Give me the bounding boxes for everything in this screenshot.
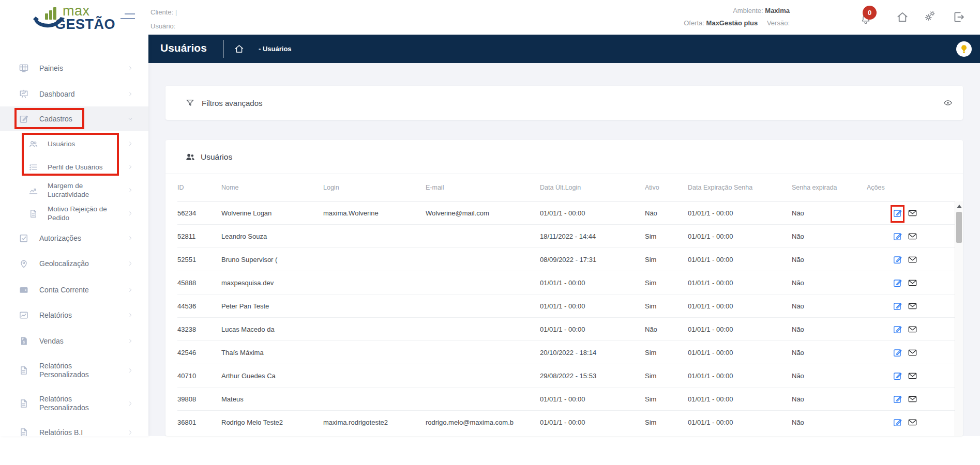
cell-data_ult_login: 01/01/1 - 00:00	[540, 326, 645, 333]
breadcrumb-home-icon[interactable]	[234, 43, 245, 54]
home-icon[interactable]	[896, 10, 909, 24]
table-scrollbar[interactable]	[955, 201, 963, 436]
advanced-filters-header[interactable]: Filtros avançados	[165, 86, 963, 120]
sidebar-item-paineis[interactable]: Paineis	[0, 56, 148, 81]
sidebar-item-motivo-rejei-o-de-pedido[interactable]: Motivo Rejeição de Pedido	[0, 199, 148, 228]
chevron-right-icon	[127, 429, 134, 436]
notifications-badge[interactable]: 0	[863, 6, 877, 20]
cell-data_expiracao_senha: 01/01/1 - 00:00	[688, 326, 792, 333]
table-row: 36801Rodrigo Melo Teste2maxima.rodrigote…	[177, 410, 955, 433]
funnel-icon	[185, 98, 195, 108]
edit-square-icon	[19, 114, 29, 124]
sidebar-item-autoriza-es[interactable]: Autorizações	[0, 226, 148, 251]
scrollbar-up-arrow-icon[interactable]	[957, 205, 962, 208]
cell-nome: Thaís Máxima	[221, 349, 323, 357]
sidebar-item-dashboard[interactable]: Dashboard	[0, 82, 148, 106]
lightbulb-icon[interactable]	[956, 41, 972, 57]
cell-data_expiracao_senha: 01/01/1 - 00:00	[688, 256, 792, 264]
cell-data_ult_login: 01/01/1 - 00:00	[540, 279, 645, 287]
cell-nome: Rodrigo Melo Teste2	[221, 419, 323, 426]
edit-icon[interactable]	[893, 394, 902, 404]
envelope-icon[interactable]	[908, 255, 917, 265]
document-icon	[28, 209, 38, 219]
sidebar-item-vendas[interactable]: Vendas	[0, 329, 148, 353]
row-actions	[867, 255, 955, 265]
edit-icon[interactable]	[893, 301, 902, 311]
cell-nome: Arthur Guedes Ca	[221, 372, 323, 380]
eye-icon[interactable]	[943, 98, 953, 107]
oferta-value: MaxGestão plus	[706, 19, 758, 27]
cell-nome: Lucas Macedo da	[221, 326, 323, 333]
sidebar-item-geolocaliza-o[interactable]: Geolocalização	[0, 251, 148, 276]
document-icon	[19, 427, 29, 436]
cell-senha_expirada: Não	[792, 279, 867, 287]
envelope-icon[interactable]	[908, 371, 917, 381]
chevron-right-icon	[127, 163, 134, 171]
envelope-icon[interactable]	[908, 231, 917, 241]
settings-gears-icon[interactable]	[924, 10, 938, 24]
edit-icon[interactable]	[893, 208, 902, 218]
edit-icon[interactable]	[893, 231, 902, 241]
sidebar-item-relat-rios[interactable]: Relatórios	[0, 303, 148, 328]
sidebar-item-cadastros[interactable]: Cadastros	[0, 106, 148, 131]
envelope-icon[interactable]	[908, 324, 917, 334]
cell-id: 43238	[177, 326, 221, 333]
edit-icon[interactable]	[893, 255, 902, 265]
sidebar-item-relat-rios-b-i[interactable]: Relatórios B.I	[0, 420, 148, 436]
sidebar-item-usu-rios[interactable]: Usuários	[0, 131, 148, 156]
row-actions	[867, 301, 955, 311]
edit-icon[interactable]	[893, 371, 902, 381]
cell-ativo: Sim	[645, 256, 688, 264]
envelope-icon[interactable]	[908, 394, 917, 404]
cell-id: 39808	[177, 395, 221, 403]
cliente-label: Cliente:	[150, 8, 173, 16]
cell-senha_expirada: Não	[792, 419, 867, 426]
cell-senha_expirada: Não	[792, 302, 867, 310]
table-row: 40710Arthur Guedes Ca29/08/2022 - 15:53S…	[177, 364, 955, 387]
table-row: 44536Peter Pan Teste01/01/1 - 00:00Sim01…	[177, 294, 955, 317]
envelope-icon[interactable]	[908, 301, 917, 311]
cell-nome: maxpesquisa.dev	[221, 279, 323, 287]
cell-senha_expirada: Não	[792, 326, 867, 333]
sidebar-item-label: Relatórios Personalizados	[39, 362, 117, 379]
sidebar-item-relat-rios-personalizados[interactable]: Relatórios Personalizados	[0, 389, 148, 418]
edit-icon[interactable]	[893, 417, 902, 427]
cell-data_ult_login: 01/01/1 - 00:00	[540, 302, 645, 310]
chevron-right-icon	[127, 260, 134, 267]
chevron-right-icon	[127, 140, 134, 147]
logo-text-gestao: GESTÃO	[55, 17, 115, 33]
cell-senha_expirada: Não	[792, 349, 867, 357]
cell-ativo: Sim	[645, 372, 688, 380]
column-header-login: Login	[323, 184, 426, 191]
edit-icon[interactable]	[893, 324, 902, 334]
envelope-icon[interactable]	[908, 278, 917, 288]
edit-icon[interactable]	[893, 348, 902, 358]
sidebar-toggle-button[interactable]	[120, 12, 136, 22]
cell-senha_expirada: Não	[792, 233, 867, 240]
sidebar-item-label: Perfil de Usuários	[48, 163, 125, 172]
users-table: IDNomeLoginE-mailData Últ.LoginAtivoData…	[177, 174, 955, 433]
cell-data_ult_login: 20/10/2022 - 18:14	[540, 349, 645, 357]
page-title: Usuários	[160, 42, 207, 54]
chevron-right-icon	[127, 400, 134, 407]
envelope-icon[interactable]	[908, 208, 917, 218]
sidebar-item-conta-corrente[interactable]: Conta Corrente	[0, 277, 148, 302]
envelope-icon[interactable]	[908, 348, 917, 358]
cell-id: 40710	[177, 372, 221, 380]
envelope-icon[interactable]	[908, 417, 917, 427]
wallet-icon	[19, 285, 29, 295]
cell-ativo: Não	[645, 326, 688, 333]
sidebar-item-label: Relatórios Personalizados	[39, 395, 117, 412]
cell-data_expiracao_senha: 01/01/1 - 00:00	[688, 419, 792, 426]
environment-info: Ambiente: Maxima Oferta: MaxGestão plus …	[684, 5, 790, 29]
row-actions	[867, 371, 955, 381]
logout-icon[interactable]	[952, 10, 966, 24]
scrollbar-thumb[interactable]	[956, 212, 962, 243]
cell-id: 36801	[177, 419, 221, 426]
users-card-header: Usuários	[165, 140, 963, 174]
edit-icon[interactable]	[893, 278, 902, 288]
sidebar-item-relat-rios-personalizados[interactable]: Relatórios Personalizados	[0, 356, 148, 385]
app-root: max GESTÃO Cliente:| Usuário: Ambiente: …	[0, 0, 980, 465]
chevron-right-icon	[127, 187, 134, 194]
map-pin-icon	[19, 258, 29, 269]
